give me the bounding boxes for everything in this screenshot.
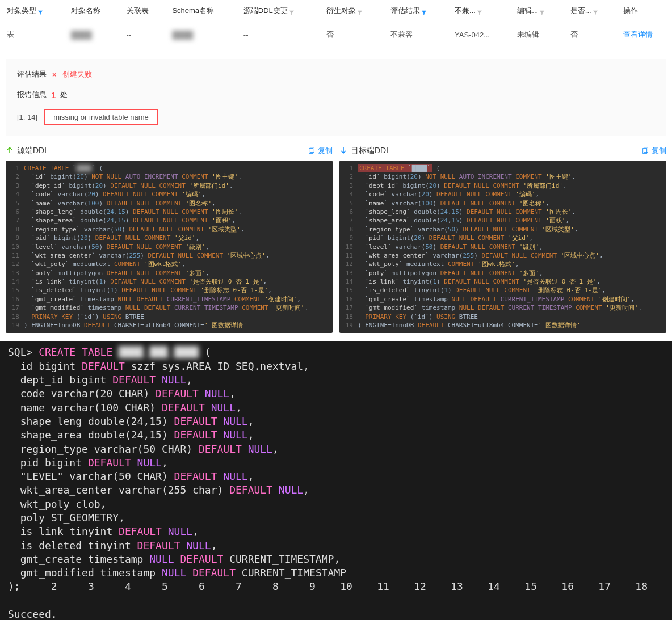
table-cell: 否 xyxy=(320,22,384,48)
col-header[interactable]: 是否... xyxy=(564,0,617,22)
table-cell[interactable]: 查看详情 xyxy=(616,22,672,48)
col-header[interactable]: 操作 xyxy=(616,0,672,22)
filter-icon[interactable] xyxy=(593,9,598,14)
view-detail-link[interactable]: 查看详情 xyxy=(623,30,653,39)
table-cell: ████ xyxy=(165,22,236,48)
target-ddl-label: 目标端DDL xyxy=(351,146,390,156)
col-header[interactable]: 编辑... xyxy=(510,0,564,22)
arrow-up-icon xyxy=(6,146,14,156)
sql-terminal[interactable]: SQL> CREATE TABLE ████_███_████ ( id big… xyxy=(0,341,672,620)
target-ddl-code[interactable]: 1CREATE TABLE `████` (2 `id` bigint(20) … xyxy=(339,161,666,333)
error-message-box: missing or invalid table name xyxy=(44,109,158,125)
copy-source-button[interactable]: 复制 xyxy=(308,146,333,156)
col-header[interactable]: 不兼... xyxy=(448,0,510,22)
table-cell: -- xyxy=(237,22,320,48)
table-row[interactable]: 表████--████--否不兼容YAS-042...未编辑否查看详情 xyxy=(0,22,672,48)
copy-label: 复制 xyxy=(318,146,333,156)
error-count: 1 xyxy=(51,90,56,100)
object-table: 对象类型对象名称关联表Schema名称源端DDL变更衍生对象评估结果不兼...编… xyxy=(0,0,672,48)
filter-icon[interactable] xyxy=(539,9,545,14)
copy-label: 复制 xyxy=(652,146,666,156)
col-header[interactable]: Schema名称 xyxy=(165,0,236,22)
table-cell: 未编辑 xyxy=(510,22,564,48)
filter-icon[interactable] xyxy=(289,9,295,14)
filter-icon[interactable] xyxy=(477,9,482,14)
table-cell: 否 xyxy=(564,22,617,48)
table-cell: -- xyxy=(120,22,166,48)
filter-icon[interactable] xyxy=(37,9,43,14)
eval-fail-text: 创建失败 xyxy=(62,69,92,79)
col-header[interactable]: 评估结果 xyxy=(384,0,448,22)
eval-result-label: 评估结果 xyxy=(17,69,47,79)
col-header[interactable]: 源端DDL变更 xyxy=(237,0,320,22)
table-cell: 表 xyxy=(0,22,64,48)
arrow-down-icon xyxy=(339,146,347,156)
error-location: [1, 14] xyxy=(17,113,37,121)
fail-x-icon: × xyxy=(52,70,57,79)
filter-icon[interactable] xyxy=(357,9,363,14)
table-cell: ████ xyxy=(64,22,120,48)
evaluation-panel: 评估结果 × 创建失败 报错信息 1 处 [1, 14] missing or … xyxy=(6,59,666,136)
error-info-label: 报错信息 xyxy=(17,90,47,100)
table-cell: YAS-042... xyxy=(448,22,510,48)
col-header[interactable]: 衍生对象 xyxy=(320,0,384,22)
table-cell: 不兼容 xyxy=(384,22,448,48)
source-ddl-label: 源端DDL xyxy=(17,146,49,156)
col-header[interactable]: 对象名称 xyxy=(64,0,120,22)
filter-icon[interactable] xyxy=(421,9,427,14)
source-ddl-code[interactable]: 1CREATE TABLE `████` (2 `id` bigint(20) … xyxy=(6,161,333,333)
copy-icon xyxy=(641,147,649,155)
table-header-row: 对象类型对象名称关联表Schema名称源端DDL变更衍生对象评估结果不兼...编… xyxy=(0,0,672,22)
ddl-compare-section: 源端DDL 复制 1CREATE TABLE `████` (2 `id` bi… xyxy=(6,144,666,333)
copy-icon xyxy=(308,147,316,155)
col-header[interactable]: 关联表 xyxy=(120,0,166,22)
copy-target-button[interactable]: 复制 xyxy=(641,146,666,156)
col-header[interactable]: 对象类型 xyxy=(0,0,64,22)
error-unit: 处 xyxy=(60,90,68,100)
